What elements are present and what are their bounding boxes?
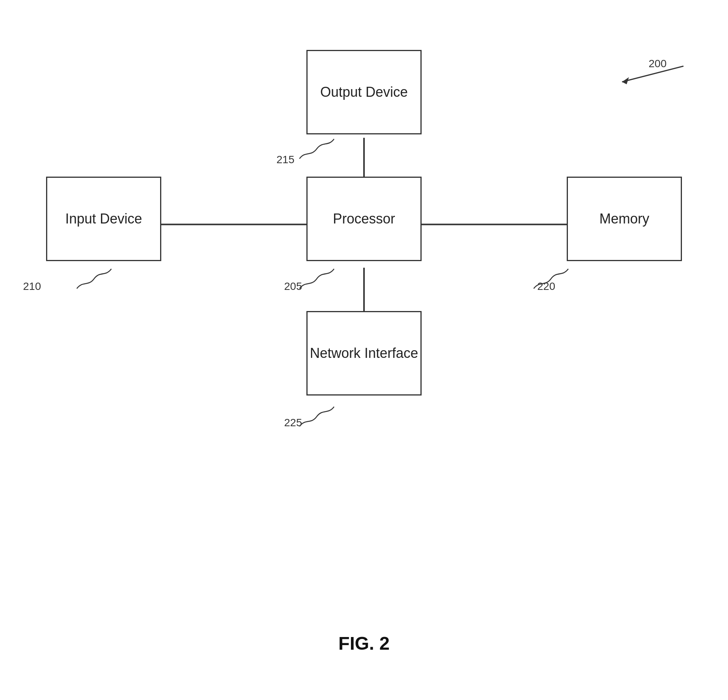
output-device-box: Output Device: [306, 50, 422, 134]
figure-label: FIG. 2: [338, 633, 389, 654]
memory-label: Memory: [599, 210, 649, 228]
ref-220: 220: [537, 280, 555, 293]
network-interface-box: Network Interface: [306, 311, 422, 396]
processor-label: Processor: [333, 210, 395, 228]
ref-200: 200: [649, 58, 667, 70]
input-device-label: Input Device: [65, 210, 142, 228]
ref-205: 205: [284, 280, 302, 293]
input-device-box: Input Device: [46, 177, 161, 261]
network-interface-label: Network Interface: [310, 344, 418, 362]
svg-marker-5: [622, 77, 629, 84]
ref-215: 215: [276, 154, 295, 166]
output-device-label: Output Device: [320, 83, 408, 101]
ref-210: 210: [23, 280, 41, 293]
memory-box: Memory: [567, 177, 682, 261]
ref-225: 225: [284, 417, 302, 429]
diagram-container: Output Device Processor Input Device Mem…: [0, 31, 728, 700]
processor-box: Processor: [306, 177, 422, 261]
